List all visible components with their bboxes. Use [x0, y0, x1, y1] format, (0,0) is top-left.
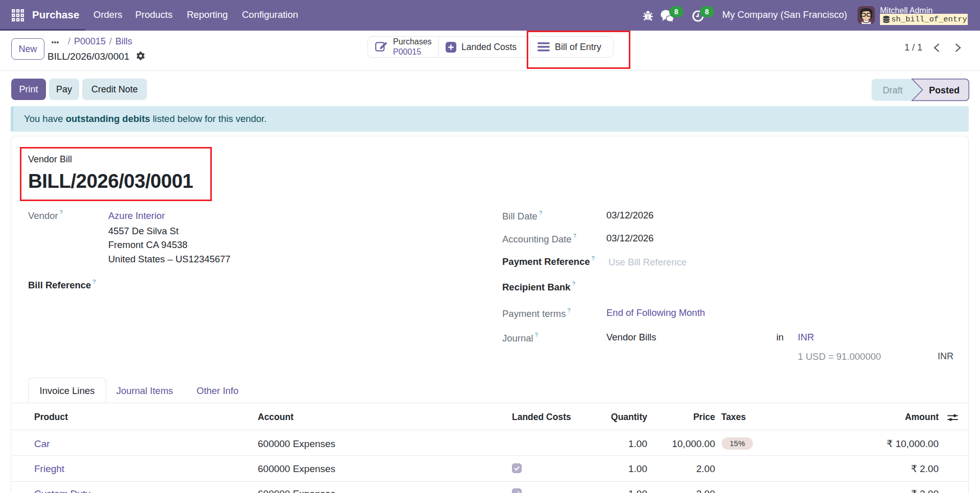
svg-text:Posted: Posted: [929, 85, 960, 95]
svg-text:Draft: Draft: [883, 85, 902, 95]
